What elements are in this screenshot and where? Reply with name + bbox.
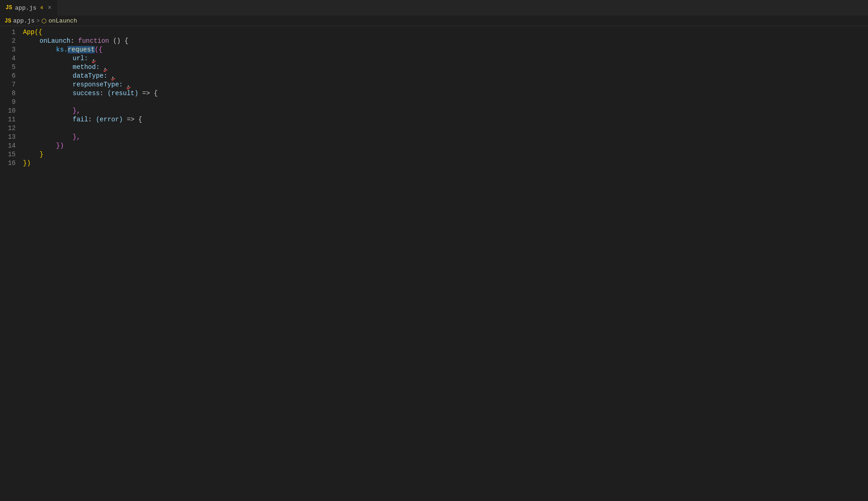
code-editor[interactable]: 1App({2onLaunch: function () {3ks.reques… bbox=[0, 26, 868, 170]
code-line: 11fail: (error) => { bbox=[0, 115, 868, 124]
line-content[interactable]: } bbox=[23, 150, 868, 159]
tab-badge: 4 bbox=[40, 5, 43, 11]
line-content[interactable]: }) bbox=[23, 142, 868, 150]
breadcrumb-separator: > bbox=[36, 18, 40, 24]
code-line: 2onLaunch: function () { bbox=[0, 37, 868, 46]
tab-close-button[interactable]: × bbox=[48, 4, 51, 11]
line-number: 4 bbox=[0, 54, 23, 63]
line-content[interactable]: dataType: , bbox=[23, 72, 868, 80]
line-number: 16 bbox=[0, 159, 23, 168]
line-content[interactable]: responseType: , bbox=[23, 80, 868, 89]
code-line: 4url: , bbox=[0, 54, 868, 63]
line-number: 7 bbox=[0, 80, 23, 89]
code-line: 15} bbox=[0, 150, 868, 159]
line-number: 9 bbox=[0, 98, 23, 107]
code-line: 7responseType: , bbox=[0, 80, 868, 89]
line-content[interactable]: method: , bbox=[23, 63, 868, 72]
line-content[interactable]: onLaunch: function () { bbox=[23, 37, 868, 46]
code-line: 14}) bbox=[0, 142, 868, 150]
code-line: 12 bbox=[0, 124, 868, 133]
code-line: 16}) bbox=[0, 159, 868, 168]
line-content[interactable]: success: (result) => { bbox=[23, 89, 868, 98]
line-content[interactable]: App({ bbox=[23, 28, 868, 37]
js-icon: JS bbox=[6, 5, 12, 11]
breadcrumb-function-name: onLaunch bbox=[48, 17, 77, 24]
code-line: 10}, bbox=[0, 107, 868, 115]
line-number: 5 bbox=[0, 63, 23, 72]
code-line: 9 bbox=[0, 98, 868, 107]
line-content[interactable]: fail: (error) => { bbox=[23, 115, 868, 124]
line-number: 8 bbox=[0, 89, 23, 98]
tab-bar: JS app.js 4 × bbox=[0, 0, 868, 16]
code-line: 13}, bbox=[0, 133, 868, 142]
code-line: 1App({ bbox=[0, 28, 868, 37]
breadcrumb-filename: app.js bbox=[13, 17, 34, 24]
line-content[interactable]: }, bbox=[23, 133, 868, 142]
line-number: 14 bbox=[0, 142, 23, 150]
tab-filename: app.js bbox=[15, 5, 36, 11]
js-breadcrumb-icon: JS bbox=[5, 18, 11, 24]
line-content[interactable]: }) bbox=[23, 159, 868, 168]
line-number: 11 bbox=[0, 115, 23, 124]
code-line: 8success: (result) => { bbox=[0, 89, 868, 98]
breadcrumb-bar: JS app.js > ⬡ onLaunch bbox=[0, 16, 868, 26]
line-number: 1 bbox=[0, 28, 23, 37]
code-line: 3ks.request({ bbox=[0, 46, 868, 54]
code-line: 6dataType: , bbox=[0, 72, 868, 80]
line-number: 15 bbox=[0, 150, 23, 159]
line-number: 6 bbox=[0, 72, 23, 80]
breadcrumb-function-item: ⬡ onLaunch bbox=[41, 17, 77, 25]
line-number: 10 bbox=[0, 107, 23, 115]
breadcrumb-js-icon: JS app.js bbox=[5, 17, 34, 24]
line-number: 2 bbox=[0, 37, 23, 46]
line-content[interactable]: }, bbox=[23, 107, 868, 115]
editor-tab[interactable]: JS app.js 4 × bbox=[0, 0, 57, 16]
line-content[interactable]: url: , bbox=[23, 54, 868, 63]
line-number: 12 bbox=[0, 124, 23, 133]
line-content[interactable]: ks.request({ bbox=[23, 46, 868, 54]
line-number: 13 bbox=[0, 133, 23, 142]
code-line: 5method: , bbox=[0, 63, 868, 72]
breadcrumb-function-icon: ⬡ bbox=[41, 17, 46, 25]
line-number: 3 bbox=[0, 46, 23, 54]
